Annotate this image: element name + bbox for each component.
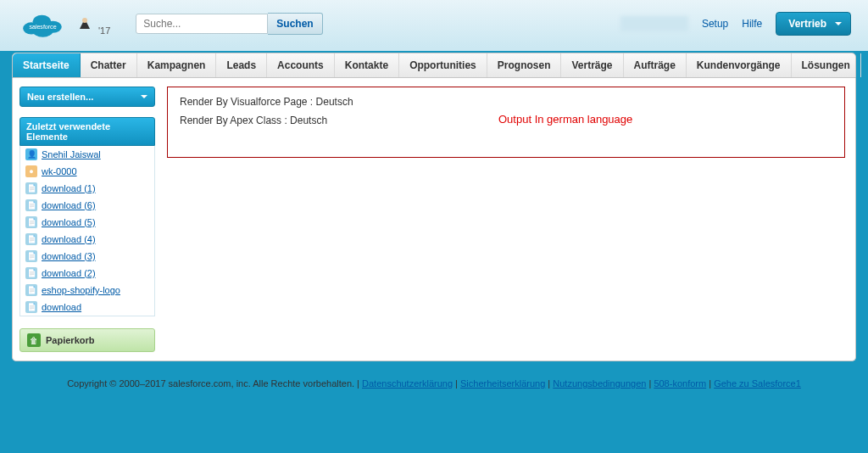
doc-icon: 📄 (25, 301, 37, 313)
tab-kontakte[interactable]: Kontakte (335, 53, 399, 77)
tab-startseite[interactable]: Startseite (13, 53, 81, 77)
svg-point-5 (82, 18, 87, 23)
annotation-label: Output In german language (498, 113, 632, 126)
sidebar: Neu erstellen... Zuletzt verwendete Elem… (13, 78, 162, 361)
footer-link[interactable]: 508-konform (654, 378, 706, 389)
recent-link[interactable]: eshop-shopify-logo (42, 285, 120, 295)
tab-kampagnen[interactable]: Kampagnen (137, 53, 217, 77)
opp-icon: ● (25, 165, 37, 177)
year-badge: '17 (98, 25, 110, 36)
footer-link[interactable]: Datenschutzerklärung (362, 378, 453, 389)
recent-link[interactable]: download (1) (42, 183, 96, 193)
mascot-icon: '17 (76, 12, 110, 36)
svg-text:salesforce: salesforce (29, 24, 56, 30)
recent-link[interactable]: download (6) (42, 200, 96, 210)
recent-link[interactable]: download (2) (42, 268, 96, 278)
app-switcher[interactable]: Vertrieb (776, 12, 851, 36)
recent-header: Zuletzt verwendete Elemente (19, 117, 155, 146)
search-input[interactable] (136, 14, 268, 34)
recent-section: Zuletzt verwendete Elemente 👤Snehil Jais… (19, 117, 155, 316)
recent-link[interactable]: download (42, 302, 81, 312)
header: salesforce '17 Suchen Setup Hilfe Vertri… (0, 0, 868, 48)
trash-icon: 🗑 (27, 333, 41, 347)
recent-item: 📄download (3) (20, 248, 154, 265)
tab-kundenvorgänge[interactable]: Kundenvorgänge (687, 53, 792, 77)
doc-icon: 📄 (25, 216, 37, 228)
salesforce-logo[interactable]: salesforce (17, 6, 68, 42)
recent-item: 📄download (4) (20, 231, 154, 248)
trash-label: Papierkorb (46, 335, 94, 345)
recent-link[interactable]: Snehil Jaiswal (42, 149, 101, 159)
setup-link[interactable]: Setup (702, 18, 728, 30)
tab-produkte[interactable]: Produkte (861, 53, 868, 77)
copyright-text: Copyright © 2000–2017 salesforce.com, in… (67, 378, 362, 389)
doc-icon: 📄 (25, 199, 37, 211)
recent-item: 📄download (2) (20, 265, 154, 282)
tab-opportunities[interactable]: Opportunities (399, 53, 487, 77)
doc-icon: 📄 (25, 182, 37, 194)
recent-item: ●wk-0000 (20, 163, 154, 180)
tab-prognosen[interactable]: Prognosen (487, 53, 562, 77)
recent-item: 👤Snehil Jaiswal (20, 146, 154, 163)
recent-item: 📄download (20, 299, 154, 316)
doc-icon: 📄 (25, 233, 37, 245)
recent-item: 📄download (1) (20, 180, 154, 197)
doc-icon: 📄 (25, 250, 37, 262)
new-create-button[interactable]: Neu erstellen... (19, 87, 155, 107)
recent-link[interactable]: download (3) (42, 251, 96, 261)
doc-icon: 📄 (25, 284, 37, 296)
footer: Copyright © 2000–2017 salesforce.com, in… (0, 372, 868, 395)
output-box: Render By Visualforce Page : Deutsch Ren… (167, 87, 845, 158)
trash-section[interactable]: 🗑 Papierkorb (19, 328, 155, 352)
tab-chatter[interactable]: Chatter (81, 53, 137, 77)
search-button[interactable]: Suchen (268, 13, 322, 35)
recent-item: 📄download (5) (20, 214, 154, 231)
tab-lösungen[interactable]: Lösungen (792, 53, 861, 77)
tabs-bar: StartseiteChatterKampagnenLeadsAccountsK… (12, 53, 856, 78)
tab-leads[interactable]: Leads (216, 53, 267, 77)
user-menu[interactable] (620, 16, 688, 31)
tab-accounts[interactable]: Accounts (267, 53, 335, 77)
recent-link[interactable]: download (4) (42, 234, 96, 244)
render-vf-line: Render By Visualforce Page : Deutsch (180, 96, 832, 108)
recent-link[interactable]: download (5) (42, 217, 96, 227)
search-form: Suchen (136, 13, 322, 35)
tab-aufträge[interactable]: Aufträge (624, 53, 687, 77)
help-link[interactable]: Hilfe (742, 18, 762, 30)
recent-list: 👤Snehil Jaiswal●wk-0000📄download (1)📄dow… (19, 146, 155, 316)
footer-link[interactable]: Sicherheitserklärung (460, 378, 545, 389)
footer-link[interactable]: Gehe zu Salesforce1 (714, 378, 801, 389)
recent-link[interactable]: wk-0000 (42, 166, 77, 176)
doc-icon: 📄 (25, 267, 37, 279)
footer-link[interactable]: Nutzungsbedingungen (553, 378, 646, 389)
main-area: Render By Visualforce Page : Deutsch Ren… (162, 78, 855, 361)
tab-verträge[interactable]: Verträge (561, 53, 623, 77)
recent-item: 📄download (6) (20, 197, 154, 214)
recent-item: 📄eshop-shopify-logo (20, 282, 154, 299)
user-icon: 👤 (25, 148, 37, 160)
content-area: Neu erstellen... Zuletzt verwendete Elem… (12, 78, 856, 361)
